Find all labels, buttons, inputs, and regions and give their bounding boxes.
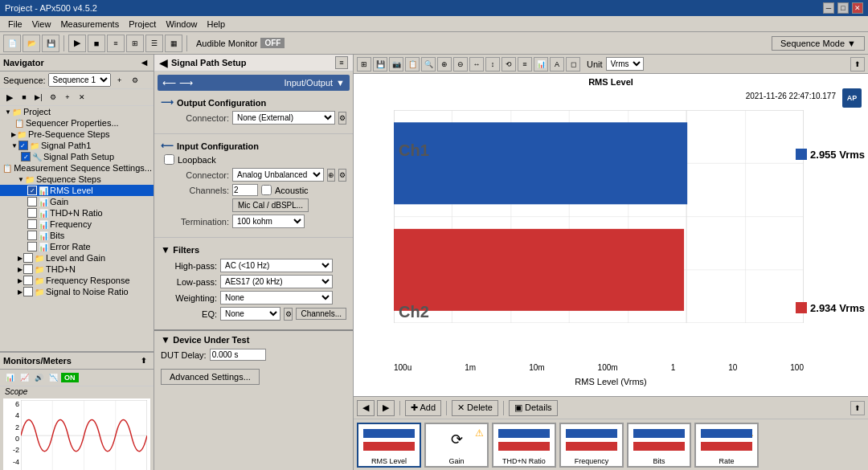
monitors-btn2[interactable]: 📈 [18,371,31,384]
tree-item-error-rate[interactable]: 📊 Error Rate [0,241,154,252]
tree-item-meas-settings[interactable]: 📋 Measurement Sequence Settings... [0,162,154,174]
monitors-expand-btn[interactable]: ⬆ [137,354,150,367]
tree-item-seq-props[interactable]: 📋 Sequencer Properties... [0,117,154,129]
monitors-btn1[interactable]: 📊 [3,371,16,384]
sequence-select[interactable]: Sequence 1 [48,73,111,87]
freq-resp-expand[interactable]: ▶ [18,277,23,284]
menu-measurements[interactable]: Measurements [55,18,124,31]
filters-triangle[interactable]: ▼ [161,244,173,255]
seq-step-btn[interactable]: ▶| [32,91,45,104]
tree-item-level-gain[interactable]: ▶ 📁 Level and Gain [0,252,154,264]
thdn-expand[interactable]: ▶ [18,266,23,273]
pre-seq-expand-icon[interactable]: ▶ [11,131,16,138]
sps-menu-btn[interactable]: ≡ [335,56,348,69]
strip-expand-btn[interactable]: ⬆ [850,401,865,415]
project-expand-icon[interactable]: ▼ [5,108,11,116]
add-button[interactable]: ✚ Add [405,400,441,416]
sps-checkbox[interactable]: ✓ [21,152,31,161]
signal-path1-expand-icon[interactable]: ▼ [11,142,18,149]
tree-item-signal-path-setup[interactable]: ✓ 🔧 Signal Path Setup [0,151,154,162]
mic-cal-button[interactable]: Mic Cal / dBSPL... [232,198,309,212]
input-connector-btn1[interactable]: ⊕ [327,169,335,182]
next-button[interactable]: ▶ [377,400,395,416]
chart-btn-11[interactable]: ≡ [518,57,532,72]
chart-btn-3[interactable]: 📷 [389,57,403,72]
snr-checkbox[interactable] [23,287,33,296]
acoustic-checkbox[interactable] [261,185,272,195]
eq-settings-btn[interactable]: ⚙ [284,308,293,321]
io-dropdown[interactable]: Input/Output ▼ [285,78,345,88]
chart-btn-7[interactable]: ⊖ [453,57,468,72]
thumbnail-bits[interactable]: Bits [627,423,691,468]
menu-file[interactable]: File [3,18,27,31]
bits-checkbox[interactable] [27,231,37,240]
on-badge[interactable]: ON [61,373,79,382]
chart-btn-9[interactable]: ↕ [485,57,500,72]
chart-btn-14[interactable]: ◻ [566,57,580,72]
seq-stop-btn[interactable]: ■ [18,91,31,104]
input-connector-select[interactable]: Analog Unbalanced [232,168,324,182]
close-button[interactable]: ✕ [852,2,863,14]
sequence-add-btn[interactable]: + [113,74,126,87]
menu-view[interactable]: View [27,18,56,31]
chart-btn-2[interactable]: 💾 [373,57,387,72]
freq-resp-checkbox[interactable] [23,276,33,285]
audible-monitor-off-badge[interactable]: OFF [260,38,285,48]
chart-expand-btn[interactable]: ⬆ [850,57,865,72]
highpass-select[interactable]: AC (<10 Hz) [220,259,333,272]
thumbnail-rate[interactable]: ⚠ Rate [694,423,759,468]
monitors-btn4[interactable]: 📉 [47,371,59,384]
minimize-button[interactable]: ─ [823,2,834,14]
rms-checkbox[interactable]: ✓ [27,186,37,195]
unit-select[interactable]: Vrms [606,57,644,71]
tree-item-signal-path1[interactable]: ▼ ✓ 📁 Signal Path1 [0,140,154,151]
toolbar-btn-4[interactable]: ⊞ [126,35,144,52]
tree-item-project[interactable]: ▼ 📁 Project [0,106,154,117]
menu-help[interactable]: Help [203,18,231,31]
tree-item-pre-seq[interactable]: ▶ 📁 Pre-Sequence Steps [0,129,154,140]
thumbnail-gain[interactable]: ⚠ ⟳ Gain [424,423,489,468]
seq-run-btn[interactable]: ▶ [3,91,16,104]
chart-btn-13[interactable]: A [550,57,564,72]
new-button[interactable]: 📄 [3,35,21,52]
nav-left-icon[interactable]: ◀ [159,56,168,69]
channels-btn[interactable]: Channels... [296,308,346,320]
error-checkbox[interactable] [27,242,37,251]
tree-item-gain[interactable]: 📊 Gain [0,196,154,207]
menu-window[interactable]: Window [161,18,202,31]
window-controls[interactable]: ─ □ ✕ [823,2,863,14]
tree-item-frequency[interactable]: 📊 Frequency [0,219,154,230]
navigator-collapse-btn[interactable]: ◀ [137,56,150,69]
chart-btn-6[interactable]: ⊕ [437,57,452,72]
level-gain-checkbox[interactable] [23,253,33,263]
gain-checkbox[interactable] [27,197,37,206]
tree-item-seq-steps[interactable]: ▼ 📁 Sequence Steps [0,174,154,185]
maximize-button[interactable]: □ [837,2,849,14]
run-button[interactable]: ▶ [68,35,86,52]
thdn2-checkbox[interactable] [23,264,33,274]
details-button[interactable]: ▣ Details [509,400,558,416]
chart-btn-5[interactable]: 🔍 [421,57,436,72]
output-connector-select[interactable]: None (External) [232,111,335,125]
stop-button[interactable]: ■ [88,35,105,52]
chart-btn-10[interactable]: ⟲ [502,57,516,72]
thdn-checkbox[interactable] [27,208,37,218]
seq-steps-expand-icon[interactable]: ▼ [18,176,24,183]
chart-btn-12[interactable]: 📊 [534,57,548,72]
output-connector-settings-btn[interactable]: ⚙ [338,112,346,125]
tree-item-bits[interactable]: 📊 Bits [0,230,154,241]
thumbnail-frequency[interactable]: Frequency [559,423,624,468]
termination-select[interactable]: 100 kohm [232,215,305,228]
thumbnail-thdn[interactable]: THD+N Ratio [492,423,556,468]
chart-btn-8[interactable]: ↔ [469,57,484,72]
open-button[interactable]: 📂 [23,35,40,52]
toolbar-btn-3[interactable]: ≡ [107,35,125,52]
advanced-settings-button[interactable]: Advanced Settings... [161,369,260,385]
tree-item-thdn[interactable]: ▶ 📁 THD+N [0,264,154,275]
lowpass-select[interactable]: AES17 (20 kHz) [220,275,333,288]
input-connector-btn2[interactable]: ⚙ [338,169,346,182]
chart-btn-1[interactable]: ⊞ [357,57,371,72]
sequence-settings-btn[interactable]: ⚙ [129,74,141,87]
seq-add-btn[interactable]: + [61,91,74,104]
eq-select[interactable]: None [220,307,280,321]
